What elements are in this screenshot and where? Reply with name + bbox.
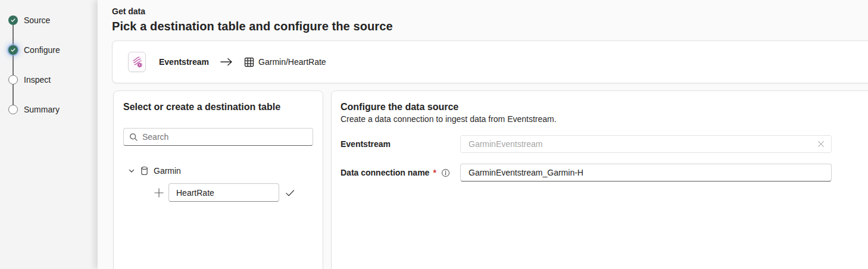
required-asterisk: * [433,168,436,177]
clear-icon[interactable] [816,139,826,149]
connection-source-label: Eventstream [159,57,209,67]
add-table-icon[interactable] [154,187,164,198]
step-completed-check-icon [8,45,18,55]
new-table-name-input[interactable] [168,183,279,202]
connection-summary-card: Eventstream Garmin/HeartRate [112,40,868,83]
eventstream-input-wrapper [460,135,832,153]
arrow-right-icon [220,57,233,67]
field-label-text: Eventstream [341,139,391,149]
configure-panel-title: Configure the data source [341,102,864,112]
field-eventstream: Eventstream [341,135,864,153]
step-label: Inspect [24,75,51,85]
info-icon[interactable] [441,168,450,177]
step-label: Summary [24,105,60,114]
data-connection-name-input[interactable] [469,168,826,177]
new-table-row [154,183,313,202]
step-completed-check-icon [8,15,18,25]
step-label: Source [24,15,50,25]
field-label-text: Data connection name [341,168,429,177]
eventstream-icon [128,52,146,72]
search-icon [129,133,138,142]
table-icon [244,57,254,67]
table-search-box[interactable] [123,128,313,146]
data-connection-name-label: Data connection name * [341,168,460,177]
step-source[interactable]: Source [8,14,50,26]
database-name-label: Garmin [154,166,181,176]
page-title: Pick a destination table and configure t… [112,20,393,33]
field-data-connection-name: Data connection name * [341,164,864,182]
step-inspect[interactable]: Inspect [8,74,51,86]
configure-source-panel: Configure the data source Create a data … [331,90,868,269]
step-configure[interactable]: Configure [8,44,60,56]
confirm-table-name-button[interactable] [285,187,295,198]
checkmark-icon [285,187,295,198]
get-data-wizard: Source Configure Inspect Summary Get dat… [0,0,868,269]
search-input[interactable] [142,132,307,142]
destination-panel-title: Select or create a destination table [123,102,313,112]
step-summary[interactable]: Summary [8,104,60,115]
wizard-stepper-sidebar: Source Configure Inspect Summary [0,0,98,269]
eventstream-input [469,139,816,149]
destination-table-panel: Select or create a destination table Gar… [113,90,323,269]
step-pending-circle-icon [8,105,18,114]
configure-panel-subtitle: Create a data connection to ingest data … [341,114,864,124]
page-eyebrow: Get data [112,7,145,16]
chevron-down-icon[interactable] [128,167,135,174]
wizard-content: Get data Pick a destination table and co… [98,0,868,269]
database-icon [140,166,148,176]
tree-item-database-garmin[interactable]: Garmin [123,164,313,178]
step-label: Configure [24,45,60,55]
stepper-connector-line [13,20,14,110]
connection-destination-label: Garmin/HeartRate [258,57,326,67]
eventstream-field-label: Eventstream [341,139,460,149]
data-connection-name-input-wrapper [460,164,832,182]
step-pending-circle-icon [8,75,18,85]
